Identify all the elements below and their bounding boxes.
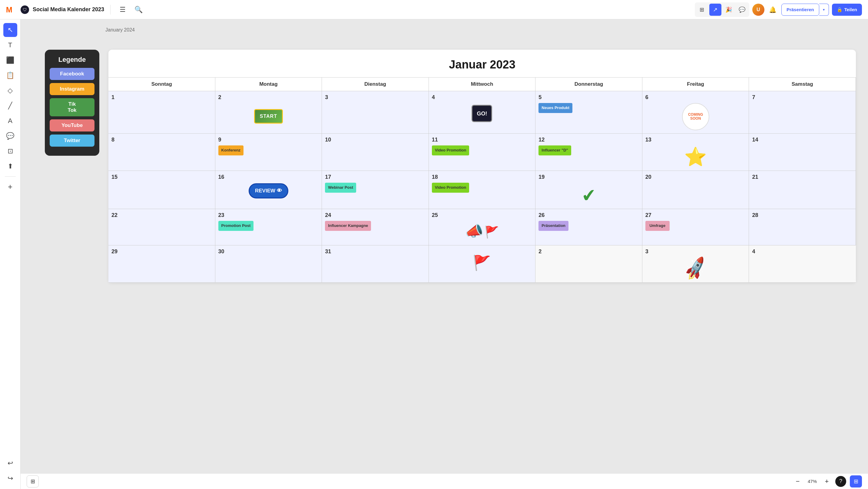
neues-produkt-note: Neues Produkt: [538, 103, 572, 113]
sticky-note-tool[interactable]: 📋: [3, 68, 17, 83]
redo-button[interactable]: ↪: [3, 471, 17, 485]
cell-22[interactable]: 22: [108, 209, 215, 245]
layout-button[interactable]: ⊞: [27, 476, 39, 488]
cell-o3[interactable]: 3 🚀: [642, 245, 749, 283]
divider: [110, 5, 111, 14]
cell-18[interactable]: 18 Video Promotion: [429, 171, 536, 209]
shield-icon: 🛡: [21, 5, 29, 14]
legend-twitter: Twitter: [50, 134, 94, 147]
cell-17[interactable]: 17 Webinar Post: [322, 171, 429, 209]
cell-11[interactable]: 11 Video Promotion: [429, 133, 536, 171]
menu-button[interactable]: ☰: [117, 4, 129, 16]
cell-20[interactable]: 20: [642, 171, 749, 209]
cell-3[interactable]: 3: [322, 91, 429, 133]
cell-10[interactable]: 10: [322, 133, 429, 171]
canvas[interactable]: January 2024 Legende Facebook Instagram …: [21, 20, 868, 489]
cell-o4[interactable]: 4: [749, 245, 856, 283]
cell-2[interactable]: 2 START: [215, 91, 322, 133]
cursor-mode-button[interactable]: ↗: [709, 4, 721, 16]
cell-29[interactable]: 29: [108, 245, 215, 283]
cell-23[interactable]: 23 Promotion Post: [215, 209, 322, 245]
legend-youtube: YouTube: [50, 119, 94, 131]
legend-instagram: Instagram: [50, 83, 94, 95]
cell-27[interactable]: 27 Umfrage: [642, 209, 749, 245]
left-sidebar: ↖ T ⬛ 📋 ◇ ╱ A 💬 ⊡ ⬆ + ↩ ↪: [0, 20, 21, 489]
reaction-button[interactable]: 💬: [736, 4, 748, 16]
pen-tool[interactable]: ╱: [3, 99, 17, 113]
cell-31[interactable]: 31: [322, 245, 429, 283]
panel-button[interactable]: ⊞: [850, 476, 862, 488]
lock-icon: 🔒: [837, 7, 842, 12]
cell-14[interactable]: 14: [749, 133, 856, 171]
video-promo-note: Video Promotion: [432, 146, 469, 155]
share-button[interactable]: 🔒 Teilen: [832, 4, 862, 16]
topbar-right: ⊞ ↗ 🎉 💬 U 🔔 Präsentieren ▾ 🔒 Teilen: [695, 2, 868, 17]
cell-24[interactable]: 24 Influencer Kampagne: [322, 209, 429, 245]
cell-7[interactable]: 7: [749, 91, 856, 133]
bottombar: ⊞ − 47% + ? ⊞: [21, 473, 868, 489]
present-button[interactable]: Präsentieren: [781, 4, 819, 16]
cell-12[interactable]: 12 Influencer "D": [535, 133, 642, 171]
undo-redo: ↩ ↪: [3, 456, 17, 485]
apps-button[interactable]: ⊞: [696, 4, 708, 16]
praesentation-note: Präsentation: [538, 221, 568, 231]
month-label: January 2024: [105, 27, 135, 33]
avatar[interactable]: U: [752, 4, 765, 16]
cursor-tool[interactable]: ↖: [3, 23, 17, 37]
cell-1[interactable]: 1: [108, 91, 215, 133]
cell-28[interactable]: 28: [749, 209, 856, 245]
flag-decoration: 🚩: [473, 255, 491, 271]
col-header-thu: Donnerstag: [535, 78, 642, 91]
cell-4[interactable]: 4 GO!: [429, 91, 536, 133]
col-header-fri: Freitag: [642, 78, 749, 91]
table-tool[interactable]: ⬛: [3, 53, 17, 67]
miro-logo[interactable]: M: [5, 4, 17, 16]
svg-text:M: M: [6, 5, 12, 14]
add-button[interactable]: +: [3, 180, 17, 193]
coming-soon-badge: COMINGSOON: [682, 103, 709, 130]
cell-13[interactable]: 13 ⭐: [642, 133, 749, 171]
cell-26[interactable]: 26 Präsentation: [535, 209, 642, 245]
cell-5[interactable]: 5 Neues Produkt: [535, 91, 642, 133]
cell-8[interactable]: 8: [108, 133, 215, 171]
notification-button[interactable]: 🔔: [768, 4, 778, 15]
zoom-minus-button[interactable]: −: [793, 477, 803, 486]
cell-6[interactable]: 6 COMINGSOON: [642, 91, 749, 133]
upload-tool[interactable]: ⬆: [3, 159, 17, 173]
help-button[interactable]: ?: [835, 476, 846, 487]
umfrage-note: Umfrage: [645, 221, 670, 231]
star-decoration: ⭐: [645, 146, 746, 167]
text-tool[interactable]: T: [3, 38, 17, 52]
video-promo2-note: Video Promotion: [432, 183, 469, 193]
cell-16[interactable]: 16 REVIEW 👁: [215, 171, 322, 209]
influencer-kampagne-note: Influencer Kampagne: [325, 221, 371, 231]
calendar-title: Januar 2023: [108, 50, 856, 77]
megaphone-decoration: 📣: [465, 223, 484, 239]
timer-button[interactable]: 🎉: [723, 4, 735, 16]
konferenz-note: Konferenz: [218, 146, 244, 155]
col-header-wed: Mittwoch: [429, 78, 536, 91]
col-header-sat: Samstag: [749, 78, 856, 91]
divider: [5, 176, 16, 177]
undo-button[interactable]: ↩: [3, 456, 17, 470]
promotion-post-note: Promotion Post: [218, 221, 254, 231]
present-dropdown-button[interactable]: ▾: [819, 4, 829, 16]
col-header-tue: Dienstag: [322, 78, 429, 91]
text2-tool[interactable]: A: [3, 114, 17, 128]
cell-o2[interactable]: 2: [535, 245, 642, 283]
frame-tool[interactable]: ⊡: [3, 144, 17, 158]
comment-tool[interactable]: 💬: [3, 129, 17, 143]
cell-flag[interactable]: 🚩: [429, 245, 536, 283]
shape-tool[interactable]: ◇: [3, 84, 17, 97]
search-button[interactable]: 🔍: [132, 4, 145, 16]
cell-15[interactable]: 15: [108, 171, 215, 209]
col-header-sun: Sonntag: [108, 78, 215, 91]
cell-30[interactable]: 30: [215, 245, 322, 283]
cell-9[interactable]: 9 Konferenz: [215, 133, 322, 171]
cell-19[interactable]: 19 ✔: [535, 171, 642, 209]
rocket-decoration: 🚀: [682, 255, 709, 282]
cell-25[interactable]: 25 📣 🚩: [429, 209, 536, 245]
topbar-left: M 🛡 Social Media Kalender 2023 ☰ 🔍: [0, 4, 149, 16]
cell-21[interactable]: 21: [749, 171, 856, 209]
zoom-plus-button[interactable]: +: [822, 477, 832, 486]
